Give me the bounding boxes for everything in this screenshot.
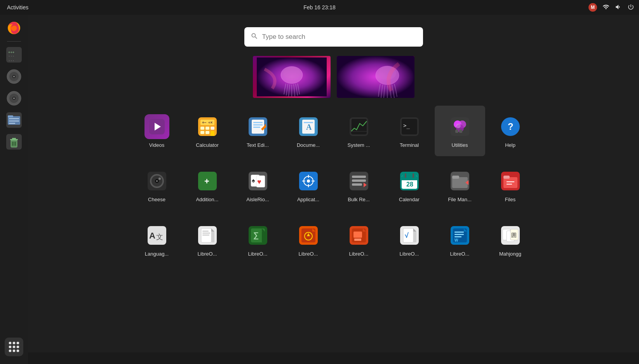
bulkrename-label: Bulk Re... bbox=[348, 197, 369, 202]
svg-rect-22 bbox=[10, 139, 18, 140]
app-item-mahjongg[interactable]: 囲 Mahjongg bbox=[485, 214, 536, 265]
app-item-filemanx[interactable]: File Man... bbox=[435, 160, 485, 211]
thumbnail-2[interactable] bbox=[337, 56, 414, 98]
sidebar: +++ --- ... bbox=[0, 15, 28, 364]
app-item-system[interactable]: System ... bbox=[334, 106, 384, 156]
videos-label: Videos bbox=[149, 142, 165, 148]
aisle-icon: ♥ ♠ bbox=[246, 169, 270, 193]
files-label: Files bbox=[505, 197, 515, 202]
svg-rect-126 bbox=[211, 232, 214, 242]
sidebar-item-filemanager[interactable] bbox=[5, 111, 23, 129]
svg-point-30 bbox=[9, 346, 12, 348]
aisle-label: AisleRio... bbox=[246, 197, 269, 202]
thumbnail-1[interactable] bbox=[253, 56, 331, 98]
app-item-aisle[interactable]: ♥ ♠ AisleRio... bbox=[233, 160, 283, 211]
power-icon[interactable] bbox=[627, 3, 634, 12]
svg-rect-103 bbox=[352, 183, 362, 186]
libredraw-icon bbox=[296, 223, 321, 248]
svg-point-95 bbox=[307, 179, 310, 183]
app-item-calculator[interactable]: +− ÷× Calculator bbox=[182, 106, 233, 156]
app-item-cheese[interactable]: Cheese bbox=[132, 160, 182, 211]
app-row-3: A 文 Languag... bbox=[132, 214, 536, 265]
appimage-icon bbox=[296, 169, 321, 193]
sidebar-item-appgrid[interactable] bbox=[5, 338, 23, 356]
svg-text:?: ? bbox=[508, 121, 514, 132]
svg-rect-17 bbox=[9, 118, 19, 119]
svg-rect-109 bbox=[405, 173, 406, 178]
app-item-libreimpress[interactable]: LibreO... bbox=[334, 214, 384, 265]
svg-rect-148 bbox=[454, 232, 464, 233]
sidebar-item-optical-disc[interactable] bbox=[5, 67, 23, 86]
app-item-videos[interactable]: Videos bbox=[132, 106, 182, 156]
app-item-libremath[interactable]: √ LibreO... bbox=[384, 214, 435, 265]
app-item-files[interactable]: Files bbox=[485, 160, 536, 211]
documents-icon: A bbox=[296, 114, 321, 139]
svg-rect-127 bbox=[202, 231, 209, 232]
svg-rect-101 bbox=[352, 176, 366, 178]
sidebar-item-trash[interactable] bbox=[5, 132, 23, 151]
svg-rect-102 bbox=[352, 179, 366, 182]
app-item-texteditor[interactable]: Text Edi... bbox=[233, 106, 283, 156]
svg-rect-110 bbox=[413, 173, 414, 178]
topbar-left: Activities bbox=[5, 3, 31, 11]
app-item-librecalc[interactable]: ∑ LibreO... bbox=[233, 214, 283, 265]
svg-point-13 bbox=[13, 98, 15, 99]
appimage-label: Applicat... bbox=[297, 197, 319, 202]
app-item-utilities[interactable]: Utilities bbox=[435, 106, 485, 156]
network-icon[interactable] bbox=[602, 3, 609, 12]
svg-rect-59 bbox=[253, 127, 260, 128]
sidebar-divider-1 bbox=[7, 41, 21, 42]
app-item-bulkrename[interactable]: Bulk Re... bbox=[334, 160, 384, 211]
svg-rect-77 bbox=[459, 130, 462, 133]
app-item-libredraw[interactable]: LibreO... bbox=[283, 214, 334, 265]
svg-text:28: 28 bbox=[406, 181, 413, 188]
app-item-documents[interactable]: A Docume... bbox=[283, 106, 334, 156]
svg-rect-63 bbox=[304, 122, 313, 123]
calendar-label: Calendar bbox=[399, 197, 420, 202]
volume-icon[interactable] bbox=[615, 3, 622, 12]
svg-point-9 bbox=[13, 76, 15, 77]
app-item-terminal[interactable]: >_ Terminal bbox=[384, 106, 435, 156]
app-item-addition[interactable]: + Addition... bbox=[182, 160, 233, 211]
bottom-bar bbox=[0, 352, 639, 364]
svg-rect-132 bbox=[262, 232, 265, 242]
calendar-icon: 28 bbox=[397, 169, 422, 193]
libredraw-label: LibreO... bbox=[299, 251, 318, 257]
app-row-1: Videos +− ÷× bbox=[132, 106, 536, 156]
user-avatar[interactable]: M bbox=[589, 3, 597, 12]
topbar-right: M bbox=[589, 3, 634, 12]
app-item-librewriter2[interactable]: W LibreO... bbox=[435, 214, 485, 265]
svg-text:+−: +− bbox=[202, 120, 207, 125]
main-content: Videos +− ÷× bbox=[28, 15, 639, 364]
app-item-language[interactable]: A 文 Languag... bbox=[132, 214, 182, 265]
app-row-2: Cheese + Addition... bbox=[132, 160, 536, 211]
filemanx-label: File Man... bbox=[448, 197, 472, 202]
svg-rect-114 bbox=[452, 176, 459, 179]
activities-button[interactable]: Activities bbox=[5, 3, 31, 11]
svg-text:囲: 囲 bbox=[511, 232, 517, 238]
svg-text:...: ... bbox=[8, 58, 14, 62]
svg-rect-18 bbox=[9, 120, 19, 122]
app-item-help[interactable]: ? Help bbox=[485, 106, 536, 156]
help-icon: ? bbox=[498, 114, 523, 139]
sidebar-item-dvd[interactable] bbox=[5, 89, 23, 108]
librecalc-icon: ∑ bbox=[246, 223, 270, 248]
mahjongg-label: Mahjongg bbox=[499, 251, 521, 257]
svg-text:A: A bbox=[306, 123, 312, 131]
svg-text:♥: ♥ bbox=[257, 178, 261, 186]
search-input[interactable] bbox=[262, 33, 417, 41]
utilities-icon bbox=[447, 114, 472, 139]
svg-text:√: √ bbox=[405, 232, 409, 239]
app-item-librewriter-blank[interactable]: LibreO... bbox=[182, 214, 233, 265]
svg-rect-117 bbox=[503, 177, 517, 188]
svg-point-33 bbox=[9, 350, 12, 352]
svg-point-75 bbox=[456, 124, 461, 128]
app-item-appimage[interactable]: Applicat... bbox=[283, 160, 334, 211]
sidebar-item-codeeditor[interactable]: +++ --- ... bbox=[5, 45, 23, 64]
svg-text:÷×: ÷× bbox=[208, 120, 212, 125]
app-item-calendar[interactable]: 28 Calendar bbox=[384, 160, 435, 211]
svg-rect-128 bbox=[202, 233, 210, 233]
sidebar-item-firefox[interactable] bbox=[5, 19, 23, 37]
addition-label: Addition... bbox=[196, 197, 219, 202]
svg-rect-23 bbox=[12, 138, 16, 139]
